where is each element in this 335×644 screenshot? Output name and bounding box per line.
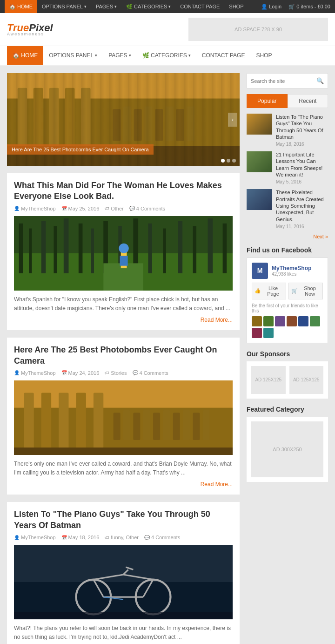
- secnav-home[interactable]: 🏠 HOME: [7, 46, 43, 65]
- article-img-bike: [14, 545, 233, 619]
- site-logo[interactable]: TruePixel Awesomeness: [7, 23, 53, 36]
- article-comments: 💬 4 Comments: [133, 370, 168, 376]
- cart-link[interactable]: 🛒 0 items - £0.00: [288, 4, 330, 10]
- post-info: Listen To "The Piano Guys" Take You Thro…: [276, 114, 328, 147]
- article-date: 📅 May 18, 2016: [61, 535, 100, 540]
- fb-avatar: [287, 316, 297, 326]
- svg-rect-44: [94, 393, 103, 455]
- svg-rect-51: [173, 413, 180, 440]
- read-more-link[interactable]: Read More...: [14, 317, 233, 323]
- post-title[interactable]: Listen To "The Piano Guys" Take You Thro…: [276, 114, 328, 140]
- login-link[interactable]: 👤 Login: [261, 4, 281, 10]
- calendar-icon: 📅: [61, 370, 67, 375]
- topnav-contact[interactable]: CONTACT PAGE: [175, 0, 224, 13]
- search-button[interactable]: 🔍: [316, 77, 324, 84]
- like-label: Like Page: [263, 285, 283, 297]
- article-title[interactable]: Listen To "The Piano Guys" Take You Thro…: [14, 509, 233, 531]
- fb-avatar: [252, 316, 262, 326]
- post-date: May 5, 2016: [276, 179, 328, 184]
- svg-rect-32: [208, 218, 213, 273]
- sidebar-tabs: Popular Recent: [247, 94, 328, 108]
- slider-dots: [221, 159, 236, 163]
- fb-avatar: [275, 316, 285, 326]
- arrow-icon: ▾: [168, 4, 171, 9]
- post-info: 21 Important Life Lessons You Can Learn …: [276, 151, 328, 184]
- comment-icon: 💬: [133, 370, 138, 375]
- fb-avatar: [298, 316, 308, 326]
- article-image: [14, 545, 233, 619]
- svg-rect-42: [59, 393, 68, 455]
- slider-dot[interactable]: [221, 159, 225, 163]
- secnav-shop[interactable]: SHOP: [250, 46, 277, 65]
- secnav-pages[interactable]: PAGES ▾: [103, 46, 136, 65]
- sidebar-post-item: Listen To "The Piano Guys" Take You Thro…: [247, 114, 328, 147]
- featured-cat-title: Featured Category: [247, 406, 328, 413]
- sponsor-ad-1[interactable]: AD 125X125: [251, 366, 286, 394]
- svg-rect-24: [91, 228, 94, 273]
- fb-friends-text: Be the first of your friends to like thi…: [252, 303, 323, 313]
- svg-rect-22: [64, 218, 69, 273]
- hero-slider: Here Are The 25 Best Photobombs Ever Cau…: [7, 73, 240, 166]
- article-excerpt: There's only one man I've ever called a …: [14, 460, 233, 477]
- svg-rect-7: [113, 109, 121, 141]
- post-date: May 18, 2016: [276, 142, 328, 147]
- slider-dot[interactable]: [227, 159, 230, 163]
- site-header: TruePixel Awesomeness AD SPACE 728 X 90: [0, 13, 335, 46]
- tab-recent[interactable]: Recent: [288, 94, 328, 108]
- featured-cat-box: AD 300X250: [247, 417, 328, 482]
- thumbsup-icon: 👍: [255, 288, 261, 294]
- fb-shop-btn[interactable]: 🛒 Shop Now: [288, 283, 323, 299]
- post-title[interactable]: 21 Important Life Lessons You Can Learn …: [276, 151, 328, 178]
- article-title[interactable]: Here Are The 25 Best Photobombs Ever Cau…: [14, 345, 233, 366]
- sidebar-search-box: 🔍: [247, 73, 328, 88]
- svg-rect-52: [183, 410, 190, 440]
- article-category: 🏷 Stories: [105, 370, 127, 376]
- search-input[interactable]: [251, 78, 316, 84]
- tag-icon: 🏷: [105, 370, 109, 375]
- topnav-pages[interactable]: PAGES▾: [91, 0, 121, 13]
- svg-rect-68: [14, 612, 233, 619]
- top-nav: 🏠 HOME OPTIONS PANEL▾ PAGES▾ 🌿 CATEGORIE…: [0, 0, 335, 13]
- secnav-contact[interactable]: CONTACT PAGE: [196, 46, 251, 65]
- secnav-options[interactable]: OPTIONS PANEL ▾: [43, 46, 103, 65]
- calendar-icon: 📅: [61, 535, 67, 540]
- top-nav-left: 🏠 HOME OPTIONS PANEL▾ PAGES▾ 🌿 CATEGORIE…: [5, 0, 248, 13]
- secnav-categories[interactable]: 🌿 CATEGORIES ▾: [137, 46, 196, 65]
- slider-next-arrow[interactable]: ›: [228, 113, 237, 127]
- fb-page-name[interactable]: MyThemeShop: [272, 265, 311, 271]
- post-thumbnail: [247, 151, 272, 172]
- calendar-icon: 📅: [61, 206, 67, 211]
- post-title[interactable]: These Pixelated Portraits Are Created Us…: [276, 189, 328, 222]
- sponsors-section-title: Our Sponsors: [247, 350, 328, 358]
- topnav-options[interactable]: OPTIONS PANEL▾: [37, 0, 91, 13]
- article-comments: 💬 4 Comments: [144, 535, 180, 540]
- fb-likes: 42,938 likes: [272, 271, 311, 277]
- sponsor-ad-2[interactable]: AD 125X125: [289, 366, 324, 394]
- svg-rect-33: [223, 224, 227, 273]
- fb-like-btn[interactable]: 👍 Like Page: [252, 283, 286, 299]
- svg-rect-54: [203, 410, 210, 440]
- svg-rect-46: [123, 410, 130, 440]
- article-meta: 👤 MyThemeShop 📅 May 18, 2016 🏷 funny, Ot…: [14, 535, 233, 540]
- article-meta: 👤 MyThemeShop 📅 May 24, 2016 🏷 Stories 💬…: [14, 370, 233, 376]
- svg-rect-21: [54, 226, 57, 273]
- svg-rect-50: [163, 410, 170, 440]
- sidebar-next-link[interactable]: Next »: [247, 234, 328, 239]
- svg-rect-10: [144, 107, 152, 141]
- topnav-home[interactable]: 🏠 HOME: [5, 0, 37, 13]
- fb-header: M MyThemeShop 42,938 likes: [252, 263, 323, 279]
- tab-popular[interactable]: Popular: [247, 94, 288, 108]
- arrow-icon: ▾: [114, 4, 117, 9]
- read-more-link[interactable]: Read More...: [14, 481, 233, 488]
- slider-dot[interactable]: [232, 159, 236, 163]
- featured-cat-ad[interactable]: AD 300X250: [251, 421, 323, 477]
- article-title[interactable]: What This Man Did For The Woman He Loves…: [14, 180, 233, 202]
- sidebar-post-item: 21 Important Life Lessons You Can Learn …: [247, 151, 328, 184]
- article-img-forest: [14, 216, 233, 291]
- secondary-nav: 🏠 HOME OPTIONS PANEL ▾ PAGES ▾ 🌿 CATEGOR…: [0, 46, 335, 66]
- svg-rect-8: [123, 107, 131, 141]
- post-thumbnail: [247, 114, 272, 135]
- article-excerpt: What?! The plans you refer to will soon …: [14, 624, 233, 642]
- topnav-categories[interactable]: 🌿 CATEGORIES▾: [121, 0, 175, 13]
- topnav-shop[interactable]: SHOP: [224, 0, 248, 13]
